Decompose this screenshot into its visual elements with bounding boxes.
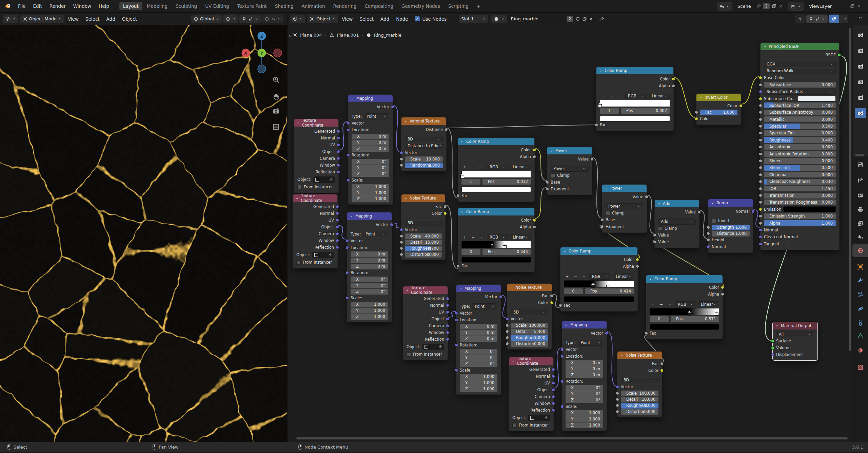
camera-slot-1[interactable] [855, 30, 866, 40]
node-noise-texture-3[interactable]: Noise TextureFacColor3DVectorScale100.00… [617, 351, 662, 417]
socket[interactable] [636, 258, 639, 261]
number-field-transmission[interactable]: Transmission0.000 [764, 193, 836, 199]
node-texture-coordinate-4[interactable]: Texture CoordinateGeneratedNormalUVObjec… [509, 357, 554, 431]
node-header[interactable]: Mapping [456, 285, 501, 292]
properties-tab-photos[interactable] [852, 216, 868, 230]
node-color-ramp-2[interactable]: Color RampColorAlpha+−RGBLinear1Pos0.012… [458, 137, 535, 202]
ramp-color-mode-dropdown[interactable]: RGB [675, 301, 696, 307]
number-field-detail[interactable]: Detail15.000 [405, 240, 442, 245]
menu-file[interactable]: File [14, 3, 29, 9]
socket[interactable] [759, 222, 762, 225]
number-field-sheen[interactable]: Sheen0.000 [764, 158, 836, 164]
color-swatch[interactable] [783, 206, 836, 212]
ramp-position-field[interactable]: Pos0.414 [585, 288, 634, 294]
socket[interactable] [455, 369, 458, 372]
color-swatch[interactable] [650, 324, 719, 330]
socket[interactable] [336, 212, 339, 215]
dropdown[interactable]: All [776, 331, 814, 337]
socket[interactable] [336, 246, 339, 249]
object-field[interactable] [313, 176, 335, 183]
socket[interactable] [400, 151, 403, 154]
socket[interactable] [552, 368, 555, 371]
number-field-scale[interactable]: Scale100.000 [621, 391, 658, 396]
ramp-handle[interactable] [460, 173, 464, 178]
properties-tab-physics[interactable] [852, 302, 868, 316]
scene-selector-icon[interactable] [717, 2, 732, 11]
number-field-z[interactable]: Z0° [352, 171, 389, 177]
workspace-tab-shading[interactable]: Shading [271, 2, 297, 10]
editor-type-button[interactable] [290, 15, 305, 23]
socket[interactable] [499, 295, 502, 299]
number-field-subsurface-ior[interactable]: Subsurface IOR1.400 [764, 102, 836, 108]
number-field-z[interactable]: Z0° [460, 361, 497, 367]
node-header[interactable]: Noise Texture [401, 194, 445, 202]
workspace-tab-modeling[interactable]: Modeling [143, 2, 171, 10]
transform-orientation-dropdown[interactable]: Global [191, 15, 222, 23]
navigation-gizmo[interactable]: ZXY [238, 27, 286, 76]
socket[interactable] [400, 157, 403, 161]
socket[interactable] [337, 136, 340, 140]
ramp-index-field[interactable]: 1 [461, 179, 480, 185]
number-field-transmission-roughness[interactable]: Transmission Roughness0.000 [764, 200, 836, 205]
socket[interactable] [455, 318, 458, 322]
socket[interactable] [759, 180, 762, 183]
ramp-handle[interactable] [598, 102, 602, 107]
socket[interactable] [759, 242, 762, 246]
camera-slot-4[interactable] [855, 77, 866, 87]
number-field-z[interactable]: Z1.000 [351, 314, 388, 320]
ramp-delete-button[interactable]: − [470, 164, 476, 170]
socket[interactable] [336, 219, 339, 222]
properties-tab-constraint[interactable] [852, 316, 868, 329]
number-field-distortion[interactable]: Distortion0.000 [621, 409, 658, 415]
zoom-icon[interactable] [272, 76, 280, 83]
color-ramp-widget[interactable] [650, 308, 719, 316]
node-header[interactable]: Voronoi Texture [401, 117, 446, 125]
number-field-clearcoat-roughness[interactable]: Clearcoat Roughness0.030 [764, 179, 836, 185]
node-header[interactable]: Texture Coordinate [293, 194, 337, 202]
viewport-menu-select[interactable]: Select [82, 16, 103, 22]
ramp-index-field[interactable]: 1 [600, 108, 619, 114]
socket[interactable] [759, 173, 762, 176]
number-field-clearcoat[interactable]: Clearcoat0.000 [764, 172, 836, 177]
socket[interactable] [600, 225, 604, 228]
number-field-y[interactable]: Y0° [352, 165, 389, 171]
ramp-color-mode-dropdown[interactable]: RGB [487, 164, 508, 170]
number-field-alpha[interactable]: Alpha1.000 [764, 220, 836, 226]
material-user-count[interactable]: 2 [567, 16, 573, 22]
3d-viewport[interactable]: ZXY [0, 25, 287, 442]
ramp-options-button[interactable] [581, 273, 587, 280]
number-field-x[interactable]: X1.000 [351, 302, 388, 307]
number-field-fac[interactable]: Fac1.000 [700, 110, 737, 115]
socket[interactable] [759, 159, 762, 163]
socket[interactable] [533, 148, 536, 152]
socket[interactable] [759, 194, 762, 197]
socket[interactable] [506, 342, 509, 345]
color-ramp-widget[interactable] [600, 99, 670, 108]
checkbox[interactable] [296, 260, 301, 265]
socket[interactable] [616, 410, 619, 413]
node-header[interactable]: Texture Coordinate [294, 119, 338, 127]
ramp-options-button[interactable] [478, 164, 485, 170]
properties-tab-rendercam[interactable] [852, 188, 868, 202]
node-header[interactable]: Color Ramp [458, 208, 534, 215]
socket[interactable] [645, 195, 648, 199]
camera-icon[interactable] [272, 107, 280, 115]
camera-slot-3[interactable] [855, 61, 866, 71]
dropdown[interactable]: Point [578, 340, 603, 346]
number-field-distortion[interactable]: Distortion0.000 [405, 252, 442, 258]
color-swatch[interactable] [461, 257, 531, 263]
scene-name[interactable]: Scene [737, 4, 754, 9]
node-header[interactable]: Color Ramp [646, 275, 723, 283]
node-header[interactable]: Power [547, 147, 592, 154]
dropdown[interactable]: Point [472, 303, 497, 309]
dropdown[interactable]: 3D [511, 309, 548, 315]
socket[interactable] [759, 208, 762, 211]
socket[interactable] [552, 402, 555, 405]
socket[interactable] [590, 157, 594, 161]
number-field-specular[interactable]: Specular0.500 [764, 124, 836, 129]
number-field-z[interactable]: Z0 m [351, 264, 388, 269]
workspace-tab-scripting[interactable]: Scripting [445, 2, 472, 10]
checkbox[interactable] [512, 423, 517, 428]
node-mapping-4[interactable]: MappingVectorType:PointVectorLocation:X0… [562, 321, 607, 431]
menu-render[interactable]: Render [46, 3, 70, 9]
